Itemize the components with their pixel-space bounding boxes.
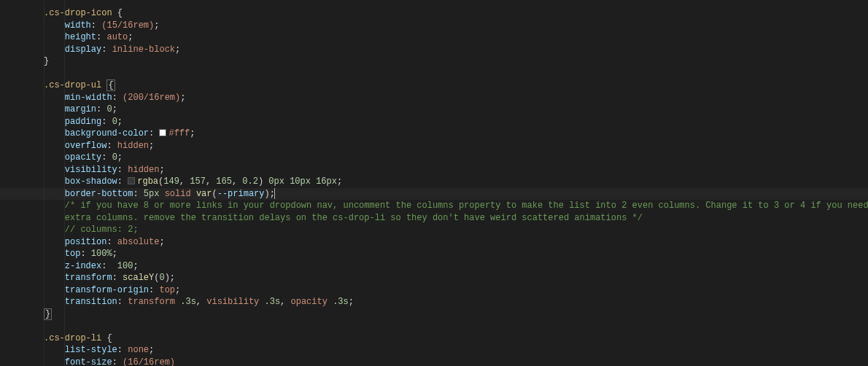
code-line[interactable]: .cs-drop-li { <box>44 332 868 345</box>
code-line[interactable]: margin: 0; <box>44 104 868 116</box>
code-line[interactable]: extra columns. remove the transition del… <box>44 212 868 225</box>
code-line[interactable]: box-shadow: rgba(149, 157, 165, 0.2) 0px… <box>44 176 868 188</box>
code-line[interactable]: // columns: 2; <box>44 224 868 236</box>
text-cursor <box>274 188 275 199</box>
color-swatch <box>159 129 166 136</box>
code-line[interactable]: opacity: 0; <box>44 152 868 164</box>
code-line[interactable]: background-color: #fff; <box>44 128 868 140</box>
code-line[interactable]: z-index: 100; <box>44 260 868 273</box>
code-line[interactable]: border-bottom: 5px solid var(--primary); <box>0 188 868 200</box>
code-line[interactable]: transform-origin: top; <box>44 284 868 297</box>
code-line[interactable]: overflow: hidden; <box>44 140 868 152</box>
code-line[interactable]: list-style: none; <box>44 344 868 357</box>
code-line[interactable]: /* if you have 8 or more links in your d… <box>44 200 868 212</box>
color-swatch <box>128 177 135 184</box>
code-line[interactable]: display: inline-block; <box>44 44 868 56</box>
code-line[interactable]: height: auto; <box>44 31 868 44</box>
code-line[interactable]: transform: scaleY(0); <box>44 272 868 284</box>
code-line[interactable]: top: 100%; <box>44 248 868 260</box>
code-line[interactable] <box>44 68 868 80</box>
code-editor-area[interactable]: .cs-drop-icon { width: (15/16rem); heigh… <box>0 0 868 366</box>
code-line[interactable]: } <box>44 55 868 68</box>
code-line[interactable]: transition: transform .3s, visibility .3… <box>44 296 868 308</box>
code-line[interactable]: font-size: (16/16rem) <box>44 357 868 367</box>
code-line[interactable]: width: (15/16rem); <box>44 20 868 32</box>
code-line[interactable]: .cs-drop-icon { <box>44 7 868 20</box>
code-line[interactable]: min-width: (200/16rem); <box>44 92 868 104</box>
code-line[interactable]: position: absolute; <box>44 236 868 249</box>
code-line[interactable] <box>44 320 868 332</box>
code-line[interactable]: .cs-drop-ul { <box>44 79 868 92</box>
code-line[interactable]: visibility: hidden; <box>44 164 868 176</box>
code-line[interactable]: } <box>44 308 868 321</box>
code-line[interactable]: padding: 0; <box>44 116 868 128</box>
